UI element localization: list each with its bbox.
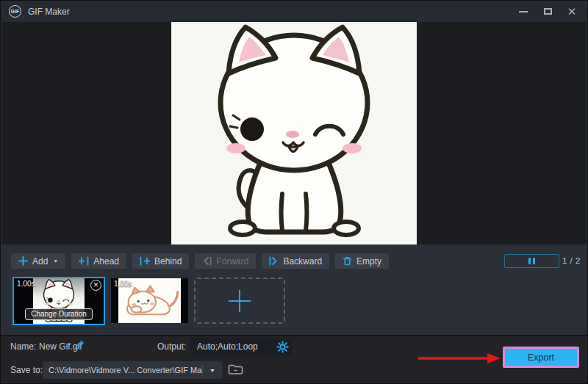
- forward-button-label: Forward: [216, 256, 248, 267]
- export-button[interactable]: Export: [503, 347, 579, 368]
- pencil-icon: [74, 340, 85, 351]
- add-button[interactable]: Add ▼: [11, 253, 65, 269]
- pause-icon: [528, 258, 531, 264]
- browse-folder-button[interactable]: [228, 363, 243, 378]
- backward-button-label: Backward: [283, 256, 322, 267]
- empty-button-label: Empty: [356, 256, 381, 267]
- output-settings-button[interactable]: [276, 341, 289, 356]
- remove-frame-button[interactable]: ✕: [90, 280, 101, 291]
- plus-icon: [227, 289, 252, 314]
- behind-button-label: Behind: [154, 256, 182, 267]
- add-behind-icon: [140, 256, 150, 266]
- bottom-panel: Name: New Gif.gif Output: Auto;Auto;Loop…: [1, 335, 587, 384]
- pause-button[interactable]: [504, 254, 559, 268]
- step-forward-icon: [202, 256, 212, 266]
- gif-maker-window: GIF GIF Maker ✕ Add ▼ Ahead Behind F: [0, 0, 588, 384]
- add-button-label: Add: [32, 256, 48, 267]
- caret-down-icon[interactable]: ▼: [203, 367, 222, 373]
- gear-icon: [276, 341, 289, 353]
- save-path-dropdown[interactable]: C:\Vidmore\Vidmore V... Converter\GIF Ma…: [43, 361, 222, 379]
- output-value: Auto;Auto;Loop: [197, 338, 258, 355]
- change-duration-button[interactable]: Change Duration: [25, 308, 93, 320]
- gif-badge-icon: GIF: [9, 5, 21, 18]
- titlebar: GIF GIF Maker ✕: [1, 1, 587, 22]
- folder-icon: [228, 363, 243, 375]
- preview-canvas: [171, 22, 417, 244]
- plus-icon: [18, 256, 28, 266]
- ahead-button-label: Ahead: [93, 256, 119, 267]
- rename-button[interactable]: [74, 340, 85, 354]
- minimize-button[interactable]: [518, 7, 528, 17]
- frame-thumbnail-selected[interactable]: 1.00s ✕ Change Duration: [12, 277, 105, 325]
- save-to-label: Save to:: [10, 365, 43, 375]
- frame-duration-badge: 1.00s: [114, 280, 132, 288]
- export-button-label: Export: [528, 352, 554, 363]
- save-path-value: C:\Vidmore\Vidmore V... Converter\GIF Ma…: [43, 366, 202, 374]
- frame-duration-badge: 1.00s: [17, 280, 35, 288]
- trash-icon: [343, 256, 352, 266]
- close-button[interactable]: ✕: [567, 7, 577, 17]
- frame-thumbnail-2[interactable]: 1.00s: [111, 278, 188, 323]
- frame-toolbar: Add ▼ Ahead Behind Forward Backward Empt…: [11, 253, 389, 269]
- caret-down-icon: ▼: [53, 258, 58, 264]
- add-frame-tile[interactable]: [194, 278, 285, 324]
- add-ahead-icon: [79, 256, 89, 266]
- preview-area: [1, 22, 587, 244]
- window-title: GIF Maker: [28, 7, 70, 17]
- red-arrow-annotation: [417, 352, 503, 365]
- ahead-button[interactable]: Ahead: [71, 253, 126, 269]
- pause-icon: [533, 258, 535, 264]
- name-label: Name:: [10, 341, 36, 352]
- forward-button[interactable]: Forward: [195, 253, 256, 269]
- maximize-button[interactable]: [542, 7, 553, 17]
- behind-button[interactable]: Behind: [132, 253, 189, 269]
- frame-counter: 1 / 2: [562, 256, 581, 265]
- empty-button[interactable]: Empty: [335, 253, 389, 269]
- backward-button[interactable]: Backward: [262, 253, 329, 269]
- step-backward-icon: [269, 256, 279, 266]
- cat-illustration: [171, 22, 417, 244]
- output-settings-field[interactable]: Auto;Auto;Loop: [190, 338, 292, 355]
- output-label: Output:: [157, 341, 186, 352]
